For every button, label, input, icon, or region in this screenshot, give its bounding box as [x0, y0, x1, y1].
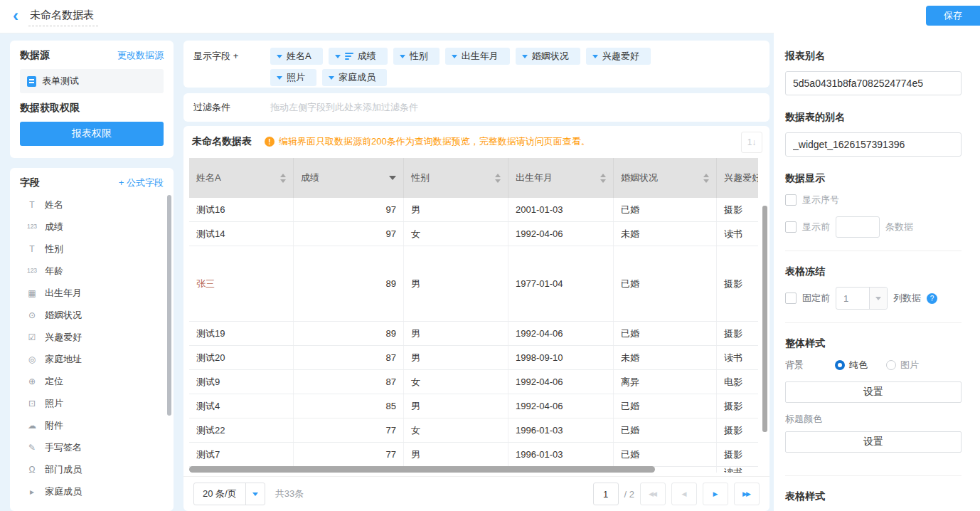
preview-warning: ! 编辑界面只取数据源前200条作为查询数据预览，完整数据请访问页面查看。	[265, 135, 590, 148]
field-item-marital[interactable]: ⊙婚姻状况	[20, 304, 164, 326]
chip-name-a[interactable]: 姓名A	[270, 48, 323, 65]
report-permission-button[interactable]: 报表权限	[20, 122, 164, 146]
current-page-input[interactable]	[593, 483, 619, 505]
column-header-birthdate[interactable]: 出生年月	[508, 158, 614, 198]
last-page-button[interactable]: ▶▶	[734, 483, 760, 505]
bg-solid-radio[interactable]	[835, 360, 845, 370]
datasource-title: 数据源	[20, 49, 50, 62]
location-field-icon: ⊕	[26, 377, 38, 386]
chevron-down-icon	[277, 76, 282, 80]
prev-page-button[interactable]: ◀	[671, 483, 697, 505]
column-header-marital[interactable]: 婚姻状况	[614, 158, 717, 198]
bg-image-radio[interactable]	[886, 360, 896, 370]
sort-both-icon	[495, 174, 501, 183]
filter-label: 过滤条件	[193, 101, 270, 114]
table-alias-input[interactable]	[785, 132, 962, 157]
freeze-prefix: 固定前	[802, 292, 830, 305]
back-icon[interactable]: ‹	[13, 7, 18, 24]
show-index-checkbox[interactable]	[785, 194, 797, 206]
field-item-gender[interactable]: T性别	[20, 238, 164, 260]
field-item-dept-member[interactable]: Ω部门成员	[20, 458, 164, 480]
chevron-down-icon	[335, 55, 341, 58]
chevron-down-icon	[245, 483, 265, 505]
warning-icon: !	[265, 137, 275, 147]
page-size-select[interactable]: 20 条/页	[193, 483, 265, 505]
chip-row: 姓名A 成绩 性别 出生年月 婚姻状况 兴趣爱好	[270, 48, 651, 65]
chip-family-member[interactable]: 家庭成员	[322, 69, 387, 86]
sort-order-button[interactable]: 1↓	[741, 132, 762, 153]
chip-birthdate[interactable]: 出生年月	[445, 48, 510, 65]
chip-hobby[interactable]: 兴趣爱好	[586, 48, 651, 65]
table-vertical-scrollbar[interactable]	[762, 206, 767, 432]
add-formula-field-link[interactable]: + 公式字段	[119, 177, 164, 189]
datasource-item[interactable]: 表单测试	[20, 69, 164, 93]
chevron-down-icon	[869, 288, 887, 309]
freeze-checkbox[interactable]	[785, 293, 797, 304]
show-top-checkbox[interactable]	[785, 221, 797, 233]
field-item-signature[interactable]: ✎手写签名	[20, 436, 164, 458]
sort-both-icon	[703, 174, 709, 183]
member-field-icon: Ω	[26, 465, 38, 474]
bg-image-label: 图片	[900, 359, 919, 372]
table-row: 测试777男1996-01-03已婚摄影	[189, 443, 758, 467]
chip-photo[interactable]: 照片	[270, 69, 316, 86]
date-field-icon: ▦	[26, 289, 38, 297]
sort-both-icon	[600, 174, 606, 183]
field-item-address[interactable]: ◎家庭地址	[20, 348, 164, 370]
title-color-setting-button[interactable]: 设置	[785, 431, 962, 453]
fields-card: 字段 + 公式字段 T姓名 123成绩 T性别 123年龄 ▦出生年月 ⊙婚姻状…	[10, 168, 174, 511]
table-row: 张三89男1977-01-04已婚摄影	[189, 246, 758, 322]
report-alias-input[interactable]	[785, 71, 962, 95]
help-icon[interactable]: ?	[927, 293, 937, 304]
column-header-gender[interactable]: 性别	[404, 158, 508, 198]
sort-desc-icon	[389, 176, 396, 180]
filter-card: 过滤条件 拖动左侧字段到此处来添加过滤条件	[183, 93, 769, 122]
save-button[interactable]: 保存	[926, 6, 980, 26]
next-page-button[interactable]: ▶	[703, 483, 728, 505]
freeze-title: 表格冻结	[785, 265, 962, 278]
column-header-hobby[interactable]: 兴趣爱好	[717, 158, 758, 198]
form-doc-icon	[27, 76, 36, 87]
background-setting-button[interactable]: 设置	[785, 381, 962, 403]
field-item-name[interactable]: T姓名	[20, 194, 164, 216]
sort-desc-lines-icon	[345, 51, 353, 61]
table-row: 测试485男1992-04-06已婚摄影	[189, 394, 758, 418]
freeze-count-select[interactable]: 1	[836, 287, 888, 310]
show-index-label: 显示序号	[802, 194, 839, 206]
first-page-button[interactable]: ◀◀	[640, 483, 666, 505]
filter-dropzone[interactable]: 拖动左侧字段到此处来添加过滤条件	[270, 101, 418, 114]
topbar: ‹ 未命名数据表 保存	[0, 0, 980, 33]
checkbox-field-icon: ☑	[26, 333, 38, 342]
data-display-title: 数据显示	[785, 172, 962, 185]
add-display-field-icon[interactable]: +	[233, 51, 239, 61]
show-top-count-input[interactable]	[836, 216, 880, 238]
field-item-family-member[interactable]: ▸家庭成员	[20, 480, 164, 502]
column-header-score[interactable]: 成绩	[294, 158, 404, 198]
field-item-photo[interactable]: ⊡照片	[20, 392, 164, 414]
chip-gender[interactable]: 性别	[393, 48, 440, 65]
permission-title: 数据获取权限	[20, 102, 164, 115]
field-item-hobby[interactable]: ☑兴趣爱好	[20, 326, 164, 348]
display-fields-label: 显示字段 +	[193, 48, 270, 80]
fields-scrollbar[interactable]	[167, 195, 171, 416]
field-item-attachment[interactable]: ☁附件	[20, 414, 164, 436]
divider	[785, 251, 962, 251]
field-item-birthdate[interactable]: ▦出生年月	[20, 282, 164, 304]
table-row: 测试987女1992-04-06离异电影	[189, 370, 758, 394]
page-title[interactable]: 未命名数据表	[28, 7, 98, 26]
bg-solid-label: 纯色	[849, 359, 868, 372]
text-field-icon: T	[26, 201, 38, 209]
field-item-age[interactable]: 123年龄	[20, 260, 164, 282]
settings-panel: 报表别名 数据表的别名 数据显示 显示序号 显示前 条数据 表格冻结 固定前 1…	[774, 33, 980, 511]
field-item-score[interactable]: 123成绩	[20, 216, 164, 238]
chip-score[interactable]: 成绩	[329, 48, 388, 65]
field-item-location[interactable]: ⊕定位	[20, 370, 164, 392]
chip-row: 照片 家庭成员	[270, 69, 651, 86]
table-row: 测试2087男1998-09-10未婚读书	[189, 346, 758, 370]
column-header-name[interactable]: 姓名A	[189, 158, 294, 198]
change-datasource-link[interactable]: 更改数据源	[117, 49, 164, 62]
chip-marital[interactable]: 婚姻状况	[516, 48, 580, 65]
table-title: 未命名数据表	[192, 135, 252, 148]
table-horizontal-scrollbar[interactable]	[189, 466, 758, 473]
chevron-down-icon	[592, 55, 598, 58]
